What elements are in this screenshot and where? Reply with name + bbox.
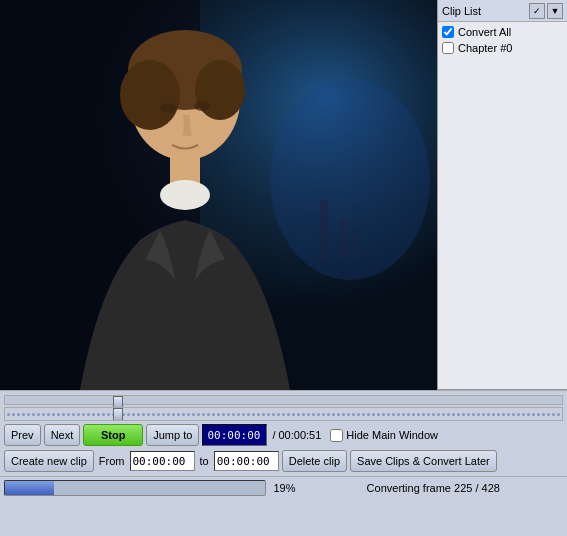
- to-timecode-input[interactable]: [214, 451, 279, 471]
- clip-list-dropdown-btn[interactable]: ▼: [547, 3, 563, 19]
- progress-track: [4, 480, 266, 496]
- svg-point-6: [195, 60, 245, 120]
- from-label: From: [99, 455, 125, 467]
- progress-fill: [5, 481, 54, 495]
- to-label: to: [200, 455, 209, 467]
- prev-button[interactable]: Prev: [4, 424, 41, 446]
- svg-point-14: [270, 80, 430, 280]
- clip-list-content: Convert All Chapter #0: [438, 22, 567, 389]
- scrubber-thumb[interactable]: [113, 408, 123, 421]
- top-scrubber[interactable]: [4, 395, 563, 405]
- chapter-0-label: Chapter #0: [458, 42, 512, 54]
- button-row-2: Create new clip From to Delete clip Save…: [4, 450, 563, 472]
- hide-main-window-item[interactable]: Hide Main Window: [330, 429, 438, 442]
- jump-to-button[interactable]: Jump to: [146, 424, 199, 446]
- stop-button[interactable]: Stop: [83, 424, 143, 446]
- video-panel: [0, 0, 437, 390]
- svg-point-8: [194, 101, 210, 111]
- convert-all-item[interactable]: Convert All: [442, 26, 563, 38]
- main-container: Clip List ✓ ▼ Convert All Chapter #0: [0, 0, 567, 536]
- top-section: Clip List ✓ ▼ Convert All Chapter #0: [0, 0, 567, 390]
- from-timecode-input[interactable]: [130, 451, 195, 471]
- progress-percent: 19%: [270, 482, 300, 494]
- hide-main-window-label: Hide Main Window: [346, 429, 438, 441]
- convert-all-checkbox[interactable]: [442, 26, 454, 38]
- svg-point-7: [160, 103, 176, 113]
- convert-all-label: Convert All: [458, 26, 511, 38]
- controls-section: for(let i=0;i<120;i++){ document.write('…: [0, 390, 567, 476]
- scrubber-row[interactable]: for(let i=0;i<120;i++){ document.write('…: [4, 407, 563, 421]
- scrubber-dots: for(let i=0;i<120;i++){ document.write('…: [5, 408, 562, 420]
- clip-list-check-btn[interactable]: ✓: [529, 3, 545, 19]
- timecode-separator: / 00:00:51: [272, 429, 321, 441]
- status-bar: 19% Converting frame 225 / 428: [0, 476, 567, 498]
- chapter-0-checkbox[interactable]: [442, 42, 454, 54]
- delete-clip-button[interactable]: Delete clip: [282, 450, 347, 472]
- status-text: Converting frame 225 / 428: [304, 482, 564, 494]
- svg-point-5: [120, 60, 180, 130]
- video-frame: [0, 0, 437, 390]
- clip-list-title: Clip List: [442, 5, 527, 17]
- chapter-0-item[interactable]: Chapter #0: [442, 42, 563, 54]
- next-button[interactable]: Next: [44, 424, 81, 446]
- hide-main-window-checkbox[interactable]: [330, 429, 343, 442]
- save-convert-button[interactable]: Save Clips & Convert Later: [350, 450, 497, 472]
- svg-point-10: [160, 180, 210, 210]
- clip-list-panel: Clip List ✓ ▼ Convert All Chapter #0: [437, 0, 567, 390]
- create-clip-button[interactable]: Create new clip: [4, 450, 94, 472]
- button-row-1: Prev Next Stop Jump to 00:00:00 / 00:00:…: [4, 424, 563, 446]
- timecode-current: 00:00:00: [202, 424, 267, 446]
- clip-list-header: Clip List ✓ ▼: [438, 0, 567, 22]
